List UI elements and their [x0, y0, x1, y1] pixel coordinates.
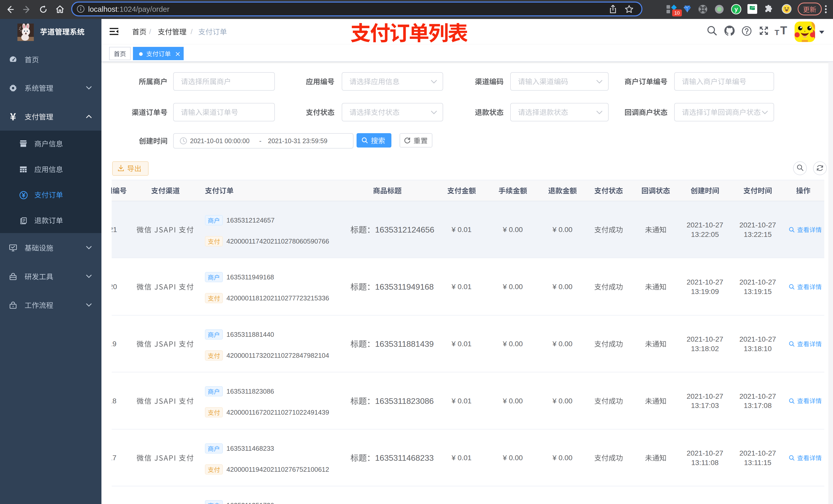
svg-text:y: y — [734, 6, 738, 13]
